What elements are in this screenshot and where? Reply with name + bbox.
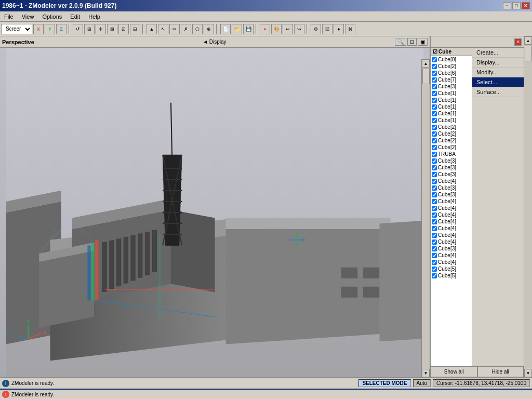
show-all-button[interactable]: Show all [431, 366, 477, 377]
menu-options[interactable]: Options [40, 12, 64, 21]
object-list-item[interactable]: Cube[1] [431, 90, 472, 97]
object-list-item[interactable]: Cube[2] [431, 130, 472, 137]
object-list-item[interactable]: Cube[4] [431, 218, 472, 225]
object-list-item[interactable]: Cube[3] [431, 164, 472, 171]
object-list-item[interactable]: Cube[4] [431, 198, 472, 205]
toolbar-btn3[interactable]: ⊟ [130, 24, 140, 34]
right-panel-scrollbar[interactable]: ▲ ▼ [524, 36, 532, 377]
vp-zoom[interactable]: 🔍 [395, 38, 406, 46]
toolbar-node[interactable]: ⬡ [192, 24, 203, 34]
menu-file[interactable]: File [2, 12, 16, 21]
toolbar-redo[interactable]: ↪ [294, 24, 304, 34]
object-list-item[interactable]: Cube[2] [431, 137, 472, 144]
toolbar-render[interactable]: 🎨 [271, 24, 282, 34]
toolbar-light[interactable]: ● [260, 24, 270, 34]
screen-dropdown[interactable]: Screer [1, 24, 32, 34]
object-list-item[interactable]: TRUBA [431, 151, 472, 157]
object-list-item[interactable]: Cube[2] [431, 124, 472, 130]
toolbar-undo[interactable]: ↩ [283, 24, 293, 34]
object-list-item[interactable]: Cube[4] [431, 238, 472, 245]
toolbar-new[interactable]: 📄 [220, 24, 231, 34]
vp-expand[interactable]: ▣ [418, 38, 428, 46]
scroll-thumb[interactable] [422, 69, 430, 84]
object-list-item[interactable]: Cube[4] [431, 225, 472, 232]
panel-scroll-up[interactable]: ▲ [524, 36, 532, 45]
object-list-item[interactable]: Cube[5] [431, 272, 472, 279]
menu-view[interactable]: View [20, 12, 36, 21]
toolbar-btn1[interactable]: ⊠ [107, 24, 117, 34]
sep2 [142, 24, 144, 34]
object-list-item[interactable]: Cube[3] [431, 191, 472, 198]
object-list-item[interactable]: Cube[3] [431, 245, 472, 252]
display-btn[interactable]: ◄ Display [201, 39, 228, 45]
operation-item[interactable]: Create... [472, 48, 524, 58]
object-list-item[interactable]: Cube[6] [431, 70, 472, 76]
viewport-scrollbar[interactable]: ▲ ▼ [421, 59, 430, 377]
panel-scroll-down[interactable]: ▼ [524, 369, 532, 377]
object-list-item[interactable]: Cube[2] [431, 63, 472, 70]
object-list-item[interactable]: Cube[3] [431, 83, 472, 90]
close-button[interactable]: ✕ [522, 2, 530, 9]
object-list-item[interactable]: Cube[4] [431, 178, 472, 184]
toolbar-cut[interactable]: ✗ [181, 24, 191, 34]
scroll-up-arrow[interactable]: ▲ [422, 59, 430, 68]
svg-rect-28 [363, 268, 380, 278]
toolbar-btn-y[interactable]: Y [45, 24, 55, 34]
toolbar-copy[interactable]: ⊕ [204, 24, 214, 34]
object-list-item[interactable]: Cube[4] [431, 205, 472, 211]
toolbar-move[interactable]: ✛ [96, 24, 106, 34]
panel-scroll-thumb[interactable] [525, 46, 532, 61]
menu-help[interactable]: Help [86, 12, 102, 21]
object-list-item[interactable]: Cube[3] [431, 171, 472, 178]
object-list-item[interactable]: Cube[3] [431, 157, 472, 164]
status-left: i ZModeler is ready. [2, 380, 54, 387]
status-bar: i ZModeler is ready. SELECTED MODE Auto … [0, 377, 532, 389]
object-list-item[interactable]: Cube[4] [431, 211, 472, 218]
toolbar-extra1[interactable]: ⚙ [311, 24, 321, 34]
object-list-item[interactable]: Cube[4] [431, 232, 472, 238]
vp-fit[interactable]: ⊡ [407, 38, 417, 46]
object-list-item[interactable]: Cube[1] [431, 117, 472, 124]
minimize-button[interactable]: − [503, 2, 511, 9]
scroll-down-arrow[interactable]: ▼ [422, 369, 430, 377]
scroll-track[interactable] [422, 68, 430, 369]
toolbar-btn-z[interactable]: Z [56, 24, 66, 34]
panel-scroll-track[interactable] [524, 45, 532, 369]
toolbar-save[interactable]: 💾 [243, 24, 254, 34]
toolbar-btn-x[interactable]: X [33, 24, 44, 34]
viewport-canvas[interactable]: X Y Z [0, 48, 430, 377]
svg-rect-70 [87, 245, 90, 300]
toolbar-scale[interactable]: ⊞ [84, 24, 95, 34]
operation-item[interactable]: Surface... [472, 87, 524, 97]
object-list-item[interactable]: Cube[2] [431, 144, 472, 151]
toolbar-extra3[interactable]: ♦ [334, 24, 344, 34]
toolbar-btn2[interactable]: ⊡ [118, 24, 129, 34]
object-list-item[interactable]: Cube[3] [431, 184, 472, 191]
viewport-header: Perspective ◄ Display 🔍 ⊡ ▣ [0, 36, 430, 48]
operation-item[interactable]: Modify... [472, 68, 524, 77]
toolbar-select[interactable]: ↖ [158, 24, 168, 34]
object-list-panel[interactable]: ☑ Cube Cube[0] Cube[2] Cube[6] Cube[7] C… [431, 48, 472, 366]
object-list-item[interactable]: Cube[0] [431, 56, 472, 63]
object-list-item[interactable]: Cube[4] [431, 259, 472, 265]
operation-item[interactable]: Display... [472, 58, 524, 68]
toolbar-arrow[interactable]: ▲ [147, 24, 157, 34]
object-list-item[interactable]: Cube[4] [431, 252, 472, 259]
toolbar-open[interactable]: 📂 [232, 24, 242, 34]
svg-text:Z: Z [10, 332, 14, 338]
toolbar-cross[interactable]: ✂ [169, 24, 180, 34]
menu-edit[interactable]: Edit [68, 12, 82, 21]
object-list-item[interactable]: Cube[5] [431, 265, 472, 272]
maximize-button[interactable]: □ [512, 2, 521, 9]
viewport-controls: 🔍 ⊡ ▣ [395, 38, 428, 46]
operation-item[interactable]: Select... [472, 77, 524, 87]
panel-close-button[interactable]: ✕ [514, 38, 522, 46]
object-list-item[interactable]: Cube[1] [431, 110, 472, 117]
object-list-item[interactable]: Cube[1] [431, 97, 472, 103]
toolbar-rotate[interactable]: ↺ [73, 24, 83, 34]
toolbar-extra2[interactable]: ☑ [322, 24, 332, 34]
object-list-item[interactable]: Cube[1] [431, 103, 472, 110]
hide-all-button[interactable]: Hide all [477, 366, 524, 377]
object-list-item[interactable]: Cube[7] [431, 76, 472, 83]
toolbar-extra4[interactable]: ⌘ [345, 24, 355, 34]
